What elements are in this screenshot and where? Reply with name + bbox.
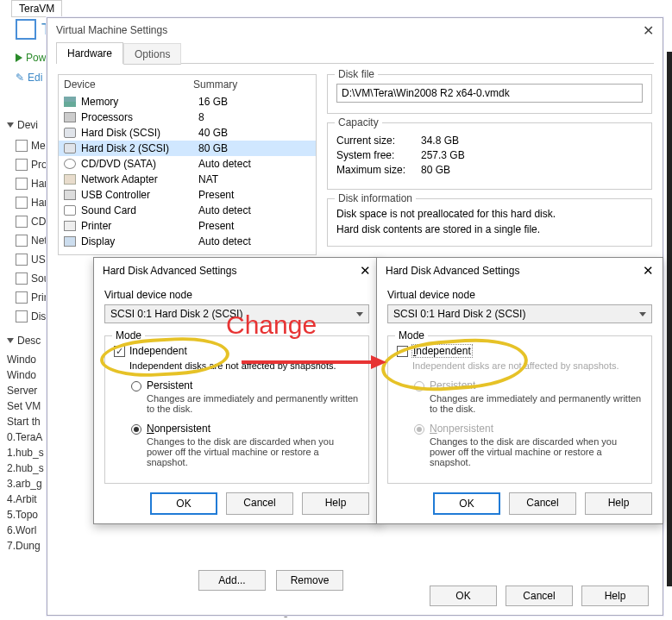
- device-summary: 16 GB: [198, 96, 228, 108]
- main-cancel-button[interactable]: Cancel: [506, 586, 573, 606]
- bg-desc-list: WindoWindoServerSet VMStart th0.TeraA1.h…: [7, 352, 44, 554]
- device-name: Memory: [81, 96, 193, 108]
- nonpersistent-radio[interactable]: [131, 424, 141, 435]
- vdn-combo[interactable]: SCSI 0:1 Hard Disk 2 (SCSI): [387, 304, 652, 323]
- persistent-radio: [414, 381, 424, 391]
- bg-desc-header: Desc: [7, 335, 41, 347]
- annotation-text: Change: [226, 310, 317, 340]
- bg-desc-line: Server: [7, 383, 44, 398]
- device-name: Hard Disk 2 (SCSI): [81, 142, 193, 154]
- disk-file-input[interactable]: [336, 84, 643, 103]
- bg-tab: TeraVM: [11, 0, 62, 17]
- chevron-down-icon: [356, 312, 363, 316]
- nonpersistent-label: Nonpersistent: [430, 423, 493, 435]
- bg-desc-line: Set VM: [7, 398, 44, 414]
- close-icon[interactable]: ✕: [643, 263, 654, 279]
- device-icon: [64, 236, 76, 247]
- annotation-arrow: [242, 352, 388, 373]
- main-ok-button[interactable]: OK: [430, 586, 497, 606]
- device-name: Sound Card: [81, 204, 193, 216]
- main-help-button[interactable]: Help: [581, 586, 649, 606]
- device-row[interactable]: Hard Disk (SCSI)40 GB: [59, 125, 316, 141]
- nonpersistent-radio: [414, 424, 424, 435]
- device-summary: 8: [198, 111, 204, 123]
- device-row[interactable]: Sound CardAuto detect: [59, 203, 316, 218]
- device-icon: [64, 143, 76, 153]
- subdialog-title: Hard Disk Advanced Settings: [386, 265, 519, 277]
- device-row[interactable]: Processors8: [59, 110, 316, 125]
- tab-options[interactable]: Options: [123, 43, 181, 65]
- device-summary: Auto detect: [198, 235, 251, 247]
- dialog-title: Virtual Machine Settings: [56, 24, 167, 36]
- device-row[interactable]: Memory16 GB: [59, 94, 316, 110]
- bg-desc-line: 3.arb_g: [7, 476, 44, 492]
- capacity-row: Current size:34.8 GB: [336, 135, 643, 147]
- bg-desc-line: 5.Topo: [7, 507, 44, 523]
- sub-cancel-button[interactable]: Cancel: [509, 492, 576, 515]
- bg-desc-line: 2.hub_s: [7, 460, 44, 476]
- device-name: Network Adapter: [81, 173, 193, 185]
- bg-desc-line: 0.TeraA: [7, 429, 44, 445]
- mode-title: Mode: [112, 329, 145, 341]
- bg-edit-link[interactable]: ✎Edi: [16, 72, 42, 84]
- sub-ok-button[interactable]: OK: [433, 492, 500, 515]
- bg-desc-line: Windo: [7, 367, 44, 383]
- bg-title: T: [16, 19, 51, 40]
- persistent-label: Persistent: [430, 379, 475, 391]
- sub-help-button[interactable]: Help: [302, 492, 369, 515]
- device-icon: [64, 221, 76, 231]
- bg-desc-line: 6.Worl: [7, 523, 44, 538]
- device-summary: Auto detect: [198, 158, 251, 170]
- diskinfo-line: Hard disk contents are stored in a singl…: [336, 223, 643, 235]
- device-name: Hard Disk (SCSI): [81, 127, 193, 139]
- device-name: Processors: [81, 111, 193, 123]
- hd-advanced-dialog-right: Hard Disk Advanced Settings ✕ Virtual de…: [376, 257, 663, 524]
- device-row[interactable]: Network AdapterNAT: [59, 172, 316, 187]
- persistent-radio[interactable]: [131, 381, 141, 391]
- independent-checkbox[interactable]: [397, 346, 408, 357]
- device-row[interactable]: PrinterPresent: [59, 218, 316, 234]
- capacity-title: Capacity: [335, 116, 382, 128]
- bg-power-link[interactable]: Pow: [16, 52, 46, 64]
- independent-checkbox[interactable]: [114, 346, 125, 357]
- bg-devices-header: Devi: [7, 119, 38, 131]
- sub-help-button[interactable]: Help: [585, 492, 652, 515]
- device-panel: DeviceSummary Memory16 GBProcessors8Hard…: [58, 74, 317, 255]
- independent-label: Independent: [129, 345, 187, 357]
- device-row[interactable]: CD/DVD (SATA)Auto detect: [59, 156, 316, 172]
- add-button[interactable]: Add...: [198, 570, 266, 591]
- diskinfo-line: Disk space is not preallocated for this …: [336, 208, 643, 220]
- sub-cancel-button[interactable]: Cancel: [226, 492, 293, 515]
- device-icon: [64, 159, 76, 169]
- device-summary: Auto detect: [198, 204, 251, 216]
- nonpersistent-desc: Changes to the disk are discarded when y…: [147, 436, 360, 467]
- bg-desc-line: 1.hub_s: [7, 445, 44, 460]
- diskfile-title: Disk file: [335, 68, 378, 80]
- sub-ok-button[interactable]: OK: [150, 492, 217, 515]
- hd-advanced-dialog-left: Hard Disk Advanced Settings ✕ Virtual de…: [93, 257, 380, 524]
- device-icon: [64, 190, 76, 200]
- col-summary: Summary: [193, 78, 237, 91]
- device-row[interactable]: DisplayAuto detect: [59, 234, 316, 249]
- bg-desc-line: 7.Dung: [7, 538, 44, 554]
- device-row[interactable]: Hard Disk 2 (SCSI)80 GB: [59, 141, 316, 156]
- nonpersistent-desc: Changes to the disk are discarded when y…: [430, 436, 643, 467]
- persistent-label: Persistent: [147, 379, 192, 391]
- mode-title: Mode: [395, 329, 428, 341]
- chevron-down-icon: [639, 312, 646, 316]
- device-icon: [64, 128, 76, 138]
- device-summary: Present: [198, 189, 234, 201]
- tab-hardware[interactable]: Hardware: [56, 42, 123, 64]
- device-name: USB Controller: [81, 189, 193, 201]
- bg-desc-line: 4.Arbit: [7, 492, 44, 507]
- device-summary: 80 GB: [198, 142, 228, 154]
- device-summary: 40 GB: [198, 127, 228, 139]
- close-icon[interactable]: ✕: [360, 263, 371, 279]
- close-icon[interactable]: ✕: [643, 22, 654, 39]
- persistent-desc: Changes are immediately and permanently …: [147, 393, 360, 414]
- device-row[interactable]: USB ControllerPresent: [59, 187, 316, 203]
- device-icon: [64, 97, 76, 107]
- remove-button[interactable]: Remove: [276, 570, 343, 591]
- independent-desc: Independent disks are not affected by sn…: [412, 360, 643, 371]
- bg-desc-line: Windo: [7, 352, 44, 367]
